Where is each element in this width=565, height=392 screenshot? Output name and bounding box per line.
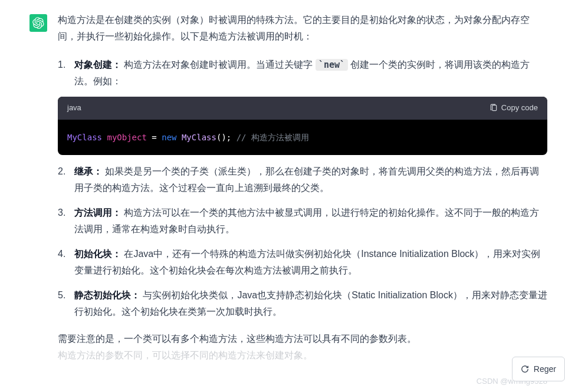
assistant-message: 构造方法是在创建类的实例（对象）时被调用的特殊方法。它的主要目的是初始化对象的状… [58,12,547,364]
list-item: 静态初始化块： 与实例初始化块类似，Java也支持静态初始化块（Static I… [58,287,547,320]
ordered-list: 对象创建： 构造方法在对象创建时被调用。当通过关键字 `new` 创建一个类的实… [58,57,547,320]
list-item: 继承： 如果类是另一个类的子类（派生类），那么在创建子类的对象时，将首先调用父类… [58,163,547,196]
svg-rect-0 [492,106,497,111]
outro-text: 需要注意的是，一个类可以有多个构造方法，这些构造方法可以具有不同的参数列表。 [58,331,547,347]
code-lang-label: java [67,101,81,115]
code-body: MyClass myObject = new MyClass(); // 构造方… [58,120,547,156]
code-token: MyClass [182,133,216,142]
regenerate-button[interactable]: Reger [512,357,565,382]
regenerate-label: Reger [534,362,556,377]
list-item: 对象创建： 构造方法在对象创建时被调用。当通过关键字 `new` 创建一个类的实… [58,57,547,155]
list-item: 初始化块： 在Java中，还有一个特殊的构造方法叫做实例初始化块（Instanc… [58,246,547,279]
list-item: 方法调用： 构造方法可以在一个类的其他方法中被显式调用，以进行特定的初始化操作。… [58,205,547,238]
item-title: 继承： [74,166,103,176]
openai-logo-icon [32,17,44,29]
code-token: = [152,133,156,142]
code-token: new [162,133,176,142]
item-body: 构造方法可以在一个类的其他方法中被显式调用，以进行特定的初始化操作。这不同于一般… [74,207,539,234]
code-token: (); [216,133,231,142]
outro-text-2: 构造方法的参数不同，可以选择不同的构造方法来创建对象。 [58,347,547,364]
code-token: // 构造方法被调用 [236,133,309,142]
item-title: 初始化块： [74,249,121,259]
code-token: MyClass [67,133,102,142]
intro-text: 构造方法是在创建类的实例（对象）时被调用的特殊方法。它的主要目的是初始化对象的状… [58,12,547,45]
item-body-pre: 构造方法在对象创建时被调用。当通过关键字 [121,60,316,70]
item-body: 与实例初始化块类似，Java也支持静态初始化块（Static Initializ… [74,290,547,317]
copy-code-button[interactable]: Copy code [490,101,538,115]
item-title: 静态初始化块： [74,290,140,300]
code-header: java Copy code [58,97,547,120]
item-body: 如果类是另一个类的子类（派生类），那么在创建子类的对象时，将首先调用父类的构造方… [74,166,539,193]
item-body: 在Java中，还有一个特殊的构造方法叫做实例初始化块（Instance Init… [74,249,540,275]
code-block: java Copy code MyClass myObject = [58,97,547,155]
item-title: 方法调用： [74,207,121,218]
assistant-avatar [29,14,47,32]
clipboard-icon [490,104,498,112]
item-title: 对象创建： [74,60,121,70]
inline-code: `new` [316,59,348,71]
refresh-icon [521,365,529,373]
code-token: myObject [107,133,146,142]
copy-label: Copy code [501,101,538,115]
